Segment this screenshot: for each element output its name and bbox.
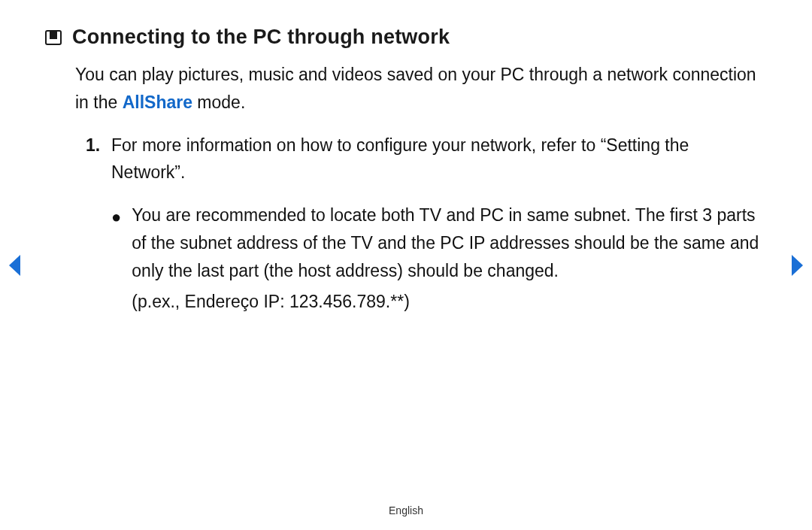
bullet-marker: ● [111, 203, 121, 315]
list-item: ● You are recommended to locate both TV … [111, 201, 767, 315]
bookmark-icon [45, 30, 62, 47]
svg-marker-1 [792, 255, 803, 276]
svg-rect-3 [50, 31, 57, 39]
ordered-list-number: 1. [86, 132, 104, 187]
document-page: Connecting to the PC through network You… [0, 0, 812, 530]
bullet-text: You are recommended to locate both TV an… [132, 205, 759, 280]
heading-row: Connecting to the PC through network [45, 26, 767, 49]
ordered-list: 1. For more information on how to config… [86, 132, 767, 316]
svg-marker-0 [9, 255, 20, 276]
allshare-highlight: AllShare [123, 92, 192, 112]
prev-page-button[interactable] [8, 255, 21, 276]
body-text: You can play pictures, music and videos … [75, 61, 767, 315]
example-text: (p.ex., Endereço IP: 123.456.789.**) [132, 288, 767, 316]
bullet-text-block: You are recommended to locate both TV an… [132, 201, 767, 315]
ordered-list-text: For more information on how to configure… [111, 132, 767, 187]
unordered-list: ● You are recommended to locate both TV … [111, 201, 767, 315]
next-page-button[interactable] [791, 255, 804, 276]
chevron-left-icon [8, 255, 21, 276]
ordered-list-item: 1. For more information on how to config… [86, 132, 767, 187]
page-title: Connecting to the PC through network [72, 26, 450, 49]
chevron-right-icon [791, 255, 804, 276]
intro-paragraph: You can play pictures, music and videos … [75, 61, 767, 117]
footer-language: English [0, 504, 812, 516]
intro-text-after: mode. [192, 92, 245, 112]
